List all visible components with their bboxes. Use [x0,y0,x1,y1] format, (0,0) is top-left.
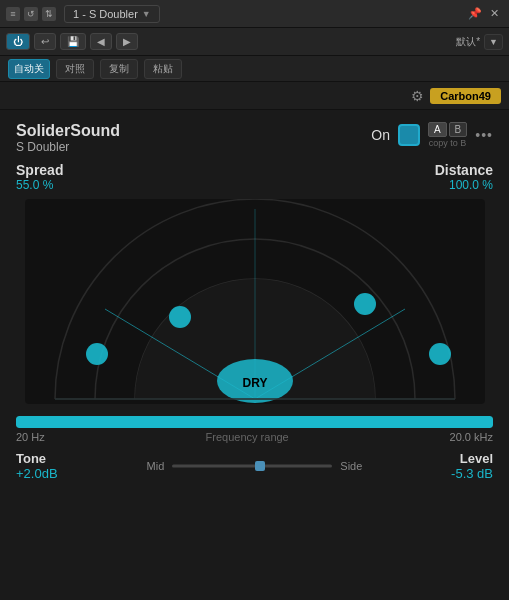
pin-button[interactable]: 📌 [464,5,486,22]
spread-distance-row: Spread 55.0 % Distance 100.0 % [16,162,493,192]
tone-section: Tone +2.0dB [16,451,96,481]
default-label: 默认* [456,35,480,49]
level-section: Level -5.3 dB [413,451,493,481]
copy-button[interactable]: 复制 [100,59,138,79]
on-toggle[interactable] [398,124,420,146]
close-button[interactable]: ✕ [486,5,503,22]
spread-value: 55.0 % [16,178,63,192]
preset-selector[interactable]: 1 - S Doubler ▼ [64,5,160,23]
spread-section: Spread 55.0 % [16,162,63,192]
preset-selector-label: 1 - S Doubler [73,8,138,20]
menu-icon[interactable]: ≡ [6,7,20,21]
freq-max-label: 20.0 kHz [450,431,493,443]
preset-dropdown-arrow[interactable]: ▼ [142,9,151,19]
ms-slider-thumb[interactable] [255,461,265,471]
power-button[interactable]: ⏻ [6,33,30,50]
bottom-controls: Tone +2.0dB Mid Side Level -5.3 dB [16,451,493,481]
ab-a-button[interactable]: A [428,122,447,137]
tone-value: +2.0dB [16,466,96,481]
compare-button[interactable]: 对照 [56,59,94,79]
plugin-namebar: ⚙ Carbon49 [0,82,509,110]
prev-preset-button[interactable]: ◀ [90,33,112,50]
spread-label: Spread [16,162,63,178]
plugin-header: SoliderSound S Doubler On A B copy to B … [16,122,493,154]
distance-label: Distance [435,162,493,178]
freq-min-label: 20 Hz [16,431,45,443]
title-bar-icons: ≡ ↺ ⇅ [6,7,56,21]
undo-icon[interactable]: ↺ [24,7,38,21]
svg-point-9 [429,343,451,365]
next-preset-button[interactable]: ▶ [116,33,138,50]
header-controls: On A B copy to B ••• [371,122,493,148]
swap-icon[interactable]: ⇅ [42,7,56,21]
default-dropdown[interactable]: ▼ [484,34,503,50]
preset-name-badge[interactable]: Carbon49 [430,88,501,104]
copy-to-b-label: copy to B [429,138,467,148]
settings-icon[interactable]: ⚙ [411,88,424,104]
ms-slider-track [172,465,332,468]
svg-point-6 [86,343,108,365]
mid-side-section: Mid Side [96,458,413,474]
svg-point-8 [354,293,376,315]
toolbar-row1: ⏻ ↩ 💾 ◀ ▶ 默认* ▼ [0,28,509,56]
mid-label: Mid [147,460,165,472]
plugin-subtitle: S Doubler [16,140,371,154]
plugin-brand: SoliderSound S Doubler [16,122,371,154]
mid-side-slider[interactable] [172,458,332,474]
title-bar: ≡ ↺ ⇅ 1 - S Doubler ▼ 📌 ✕ [0,0,509,28]
tone-label: Tone [16,451,96,466]
freq-center-label: Frequency range [206,431,289,443]
more-options-button[interactable]: ••• [475,127,493,143]
distance-section: Distance 100.0 % [435,162,493,192]
toolbar-row2: 自动关 对照 复制 粘贴 [0,56,509,82]
svg-point-7 [169,306,191,328]
freq-bar-container[interactable] [16,416,493,428]
level-value: -5.3 dB [413,466,493,481]
undo-button[interactable]: ↩ [34,33,56,50]
distance-value: 100.0 % [435,178,493,192]
ab-b-button[interactable]: B [449,122,468,137]
brand-name: SoliderSound [16,122,371,140]
visualizer[interactable]: DRY [16,196,493,406]
level-label: Level [413,451,493,466]
ab-buttons: A B [428,122,467,137]
freq-labels: 20 Hz Frequency range 20.0 kHz [16,431,493,443]
side-label: Side [340,460,362,472]
save-button[interactable]: 💾 [60,33,86,50]
paste-button[interactable]: 粘贴 [144,59,182,79]
ab-section: A B copy to B [428,122,467,148]
auto-off-button[interactable]: 自动关 [8,59,50,79]
plugin-main: SoliderSound S Doubler On A B copy to B … [0,110,509,491]
visualizer-svg: DRY [25,199,485,404]
freq-bar [16,416,493,428]
svg-text:DRY: DRY [242,376,267,390]
frequency-section: 20 Hz Frequency range 20.0 kHz [16,416,493,443]
on-label: On [371,127,390,143]
